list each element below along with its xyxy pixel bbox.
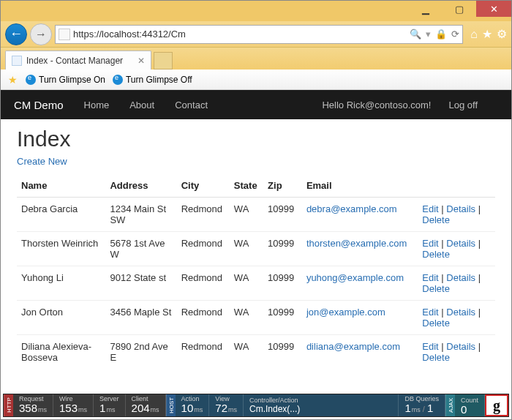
- nav-greeting[interactable]: Hello Rick@contoso.com!: [322, 100, 431, 110]
- cell-city: Redmond: [177, 335, 230, 370]
- details-link[interactable]: Details: [446, 272, 475, 283]
- email-link[interactable]: debra@example.com: [306, 203, 397, 214]
- glimpse-count[interactable]: Count 0: [455, 394, 485, 416]
- delete-link[interactable]: Delete: [422, 283, 450, 294]
- nav-about[interactable]: About: [129, 100, 154, 110]
- cell-name: Diliana Alexieva-Bosseva: [17, 335, 105, 370]
- table-row: Yuhong Li9012 State stRedmondWA10999yuho…: [17, 266, 495, 301]
- tab-close-button[interactable]: ✕: [138, 56, 145, 66]
- cell-email: diliana@example.com: [302, 335, 418, 370]
- bookmark-glimpse-off[interactable]: Turn Glimpse Off: [113, 75, 192, 85]
- cell-actions: Edit | Details | Delete: [418, 335, 495, 370]
- table-row: Diliana Alexieva-Bosseva7890 2nd Ave ERe…: [17, 335, 495, 370]
- email-link[interactable]: jon@example.com: [306, 307, 385, 318]
- glimpse-action[interactable]: Action 10ms: [176, 394, 210, 416]
- glimpse-client[interactable]: Client 204ms: [126, 394, 166, 416]
- new-tab-button[interactable]: [154, 52, 173, 70]
- cell-city: Redmond: [177, 198, 230, 232]
- cell-state: WA: [230, 198, 263, 232]
- cell-address: 9012 State st: [105, 266, 176, 301]
- glimpse-hud[interactable]: HTTP Request 358ms Wire 153ms Server 1ms…: [3, 394, 509, 417]
- contacts-table: Name Address City State Zip Email Debra …: [17, 174, 495, 369]
- cell-email: thorsten@example.com: [302, 232, 418, 266]
- tab-title: Index - Contact Manager: [26, 56, 123, 66]
- details-link[interactable]: Details: [446, 307, 475, 318]
- cell-email: yuhong@example.com: [302, 266, 418, 301]
- cell-actions: Edit | Details | Delete: [418, 266, 495, 301]
- tools-icon[interactable]: ⚙: [497, 27, 507, 41]
- app-navbar: CM Demo Home About Contact Hello Rick@co…: [1, 90, 511, 119]
- email-link[interactable]: diliana@example.com: [306, 341, 400, 352]
- nav-logoff[interactable]: Log off: [448, 100, 478, 110]
- browser-toolbar: ← → https://localhost:44312/Cm 🔍▾ 🔒 ⟳ ⌂ …: [1, 21, 511, 48]
- cell-address: 1234 Main St SW: [105, 198, 176, 232]
- cell-name: Debra Garcia: [17, 198, 105, 232]
- cell-email: debra@example.com: [302, 198, 418, 232]
- glimpse-ajax-label: AJAX: [445, 394, 455, 416]
- cell-actions: Edit | Details | Delete: [418, 198, 495, 232]
- delete-link[interactable]: Delete: [422, 214, 450, 225]
- page-body: Index Create New Name Address City State…: [1, 119, 511, 369]
- bookmark-glimpse-on[interactable]: Turn Glimpse On: [26, 75, 105, 85]
- cell-address: 7890 2nd Ave E: [105, 335, 176, 370]
- window-maximize-button[interactable]: ▢: [443, 1, 476, 17]
- details-link[interactable]: Details: [446, 238, 475, 249]
- forward-button[interactable]: →: [30, 23, 52, 45]
- cell-actions: Edit | Details | Delete: [418, 301, 495, 335]
- cell-state: WA: [230, 301, 263, 335]
- cell-name: Yuhong Li: [17, 266, 105, 301]
- table-row: Debra Garcia1234 Main St SWRedmondWA1099…: [17, 198, 495, 232]
- nav-contact[interactable]: Contact: [175, 100, 208, 110]
- th-address: Address: [105, 174, 176, 198]
- cell-zip: 10999: [263, 232, 302, 266]
- address-bar[interactable]: https://localhost:44312/Cm 🔍▾ 🔒 ⟳: [55, 25, 463, 44]
- edit-link[interactable]: Edit: [422, 203, 438, 214]
- refresh-icon[interactable]: ⟳: [451, 29, 459, 40]
- glimpse-db[interactable]: DB Queries 1ms / 1: [399, 394, 445, 416]
- th-actions: [418, 174, 495, 198]
- cell-city: Redmond: [177, 301, 230, 335]
- glimpse-http-label: HTTP: [4, 394, 13, 416]
- glimpse-logo[interactable]: g: [485, 394, 508, 416]
- bookmark-label: Turn Glimpse Off: [126, 75, 192, 85]
- bookmark-label: Turn Glimpse On: [39, 75, 105, 85]
- page-title: Index: [17, 127, 495, 151]
- glimpse-host-label: HOST: [166, 394, 176, 416]
- tab-page-icon: [12, 56, 22, 66]
- glimpse-controller[interactable]: Controller/Action Cm.Index(...): [244, 394, 399, 416]
- delete-link[interactable]: Delete: [422, 318, 450, 329]
- cell-actions: Edit | Details | Delete: [418, 232, 495, 266]
- ie-icon: [113, 75, 123, 85]
- browser-tab[interactable]: Index - Contact Manager ✕: [5, 50, 151, 70]
- window-minimize-button[interactable]: ▁: [409, 1, 443, 17]
- delete-link[interactable]: Delete: [422, 352, 450, 363]
- home-icon[interactable]: ⌂: [470, 28, 478, 41]
- cell-address: 3456 Maple St: [105, 301, 176, 335]
- nav-home[interactable]: Home: [84, 100, 110, 110]
- cell-state: WA: [230, 266, 263, 301]
- email-link[interactable]: yuhong@example.com: [306, 272, 404, 283]
- details-link[interactable]: Details: [446, 341, 475, 352]
- edit-link[interactable]: Edit: [422, 272, 438, 283]
- favorites-icon[interactable]: ★: [482, 27, 492, 41]
- th-state: State: [230, 174, 263, 198]
- edit-link[interactable]: Edit: [422, 341, 438, 352]
- glimpse-request[interactable]: Request 358ms: [13, 394, 53, 416]
- glimpse-server[interactable]: Server 1ms: [94, 394, 126, 416]
- cell-state: WA: [230, 335, 263, 370]
- glimpse-view[interactable]: View 72ms: [209, 394, 244, 416]
- details-link[interactable]: Details: [446, 203, 475, 214]
- brand[interactable]: CM Demo: [14, 99, 64, 111]
- th-name: Name: [17, 174, 105, 198]
- glimpse-wire[interactable]: Wire 153ms: [53, 394, 94, 416]
- delete-link[interactable]: Delete: [422, 249, 450, 260]
- window-close-button[interactable]: ✕: [476, 1, 511, 17]
- edit-link[interactable]: Edit: [422, 307, 438, 318]
- search-icon[interactable]: 🔍: [410, 29, 421, 40]
- create-new-link[interactable]: Create New: [17, 156, 67, 167]
- favorites-bar: ★ Turn Glimpse On Turn Glimpse Off: [1, 70, 511, 90]
- edit-link[interactable]: Edit: [422, 238, 438, 249]
- email-link[interactable]: thorsten@example.com: [306, 238, 407, 249]
- back-button[interactable]: ←: [5, 23, 27, 45]
- add-favorite-icon[interactable]: ★: [7, 74, 18, 86]
